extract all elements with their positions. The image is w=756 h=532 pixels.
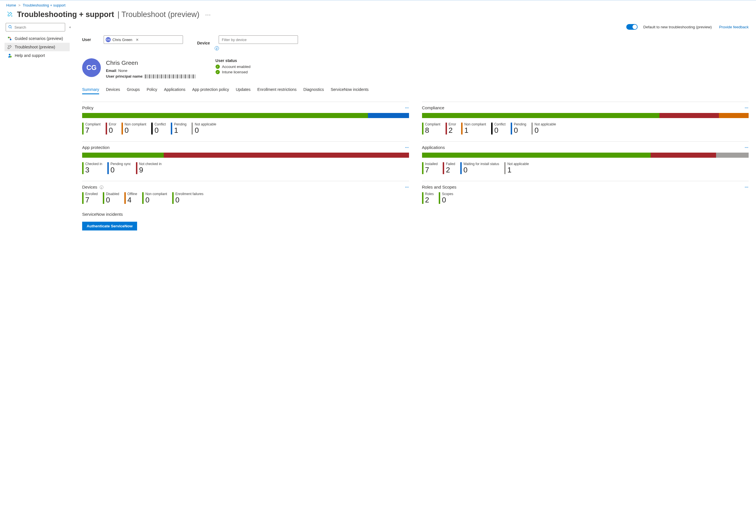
tab-app-protection-policy[interactable]: App protection policy [192, 86, 229, 94]
info-icon[interactable]: i [100, 185, 103, 189]
sidebar-item-help-support[interactable]: Help and support [5, 51, 70, 60]
metric-label: Pending sync [110, 162, 131, 166]
metric-value: 0 [442, 196, 453, 204]
user-upn: User principal name: [106, 74, 196, 79]
card-metrics: Enrolled7Disabled0Offline4Non compliant0… [82, 192, 409, 204]
metric-label: Checked in [85, 162, 102, 166]
card-stacked-bar [422, 113, 749, 118]
card-more-icon[interactable]: ⋯ [405, 106, 409, 110]
tab-applications[interactable]: Applications [164, 86, 185, 94]
metric: Not applicable0 [531, 122, 556, 135]
metric: Roles2 [422, 192, 434, 204]
metric: Installed7 [422, 162, 438, 174]
metric-label: Scopes [442, 192, 453, 196]
metric-label: Offline [127, 192, 137, 196]
metric-value: 0 [494, 126, 506, 135]
device-filter-input[interactable] [219, 36, 298, 44]
troubleshooting-toggle[interactable] [626, 24, 637, 30]
user-status-header: User status [216, 58, 251, 63]
metric-label: Not applicable [507, 162, 529, 166]
user-chip-remove-icon[interactable]: ✕ [136, 38, 139, 42]
tab-enrollment-restrictions[interactable]: Enrollment restrictions [257, 86, 297, 94]
authenticate-servicenow-button[interactable]: Authenticate ServiceNow [82, 222, 137, 230]
sidebar-search-input[interactable] [14, 25, 63, 30]
metric-value: 0 [534, 126, 556, 135]
card-more-icon[interactable]: ⋯ [405, 145, 409, 149]
main-content: Default to new troubleshooting (preview)… [72, 23, 756, 242]
breadcrumb-current[interactable]: Troubleshooting + support [23, 3, 66, 7]
metric: Compliant8 [422, 122, 441, 135]
tools-icon [6, 11, 14, 19]
bar-segment [422, 153, 651, 158]
device-info-icon[interactable]: i [215, 46, 219, 50]
provide-feedback-link[interactable]: Provide feedback [719, 25, 749, 29]
card-more-icon[interactable]: ⋯ [745, 145, 749, 149]
tab-summary[interactable]: Summary [82, 86, 99, 94]
bar-segment [82, 153, 164, 158]
metric-label: Not checked in [139, 162, 161, 166]
metric-value: 7 [85, 126, 100, 135]
sidebar: « Guided scenarios (preview) Troubleshoo… [0, 23, 72, 60]
sidebar-collapse-icon[interactable]: « [68, 25, 72, 29]
card-more-icon[interactable]: ⋯ [745, 106, 749, 110]
metric: Scopes0 [439, 192, 453, 204]
tab-updates[interactable]: Updates [236, 86, 250, 94]
metric-bar [103, 192, 104, 204]
card-more-icon[interactable]: ⋯ [745, 185, 749, 189]
metric: Pending1 [171, 122, 186, 135]
tab-policy[interactable]: Policy [147, 86, 157, 94]
user-status: User status ✓ Account enabled ✓ Intune l… [216, 58, 251, 79]
bar-segment [164, 153, 409, 158]
metric-bar [122, 122, 123, 135]
bar-segment [719, 113, 749, 118]
user-chip-avatar: CG [106, 37, 111, 42]
breadcrumb-home[interactable]: Home [6, 3, 16, 7]
card-metrics: Checked in3Pending sync0Not checked in9 [82, 162, 409, 174]
metric-value: 0 [463, 166, 499, 174]
metric-value: 1 [464, 126, 486, 135]
metric: Non compliant0 [142, 192, 167, 204]
metric: Not applicable0 [192, 122, 216, 135]
card-title: App protection [82, 145, 110, 150]
tab-servicenow-incidents[interactable]: ServiceNow incidents [331, 86, 368, 94]
metric: Enrollment failures0 [172, 192, 203, 204]
svg-point-1 [9, 25, 11, 28]
card-title: Policy [82, 105, 94, 110]
metric-bar [511, 122, 512, 135]
metric-value: 2 [449, 126, 456, 135]
metric-bar [439, 192, 440, 204]
metric-value: 4 [127, 196, 137, 204]
metric-bar [446, 122, 447, 135]
metric: Disabled0 [103, 192, 119, 204]
metric-bar [107, 162, 109, 174]
bar-segment [368, 113, 409, 118]
metric-bar [171, 122, 172, 135]
bar-segment [651, 153, 716, 158]
metric-bar [461, 122, 463, 135]
metric-value: 0 [154, 126, 166, 135]
metric-value: 0 [125, 126, 147, 135]
sidebar-item-troubleshoot[interactable]: Troubleshoot (preview) [5, 43, 70, 51]
metric-bar [531, 122, 533, 135]
bar-segment [716, 153, 749, 158]
sidebar-search[interactable] [6, 23, 65, 31]
metric-label: Roles [425, 192, 434, 196]
metric-value: 2 [446, 166, 455, 174]
user-filter-input[interactable]: CG Chris Green ✕ [104, 36, 183, 44]
tab-groups[interactable]: Groups [127, 86, 140, 94]
tab-devices[interactable]: Devices [106, 86, 120, 94]
bar-segment [82, 113, 368, 118]
card-title: Compliance [422, 105, 445, 110]
bar-segment [422, 113, 660, 118]
metric: Not checked in9 [136, 162, 161, 174]
card-more-icon[interactable]: ⋯ [405, 185, 409, 189]
sidebar-item-guided-scenarios[interactable]: Guided scenarios (preview) [5, 34, 70, 43]
tab-diagnostics[interactable]: Diagnostics [303, 86, 324, 94]
servicenow-section: ServiceNow incidents Authenticate Servic… [82, 212, 749, 230]
metric-value: 0 [110, 166, 131, 174]
metric-bar [422, 122, 423, 135]
metric-label: Enrolled [85, 192, 98, 196]
card-metrics: Compliant8Error2Non compliant1Conflict0P… [422, 122, 749, 135]
guided-scenarios-icon [7, 36, 12, 41]
title-more-icon[interactable]: ⋯ [203, 11, 213, 18]
